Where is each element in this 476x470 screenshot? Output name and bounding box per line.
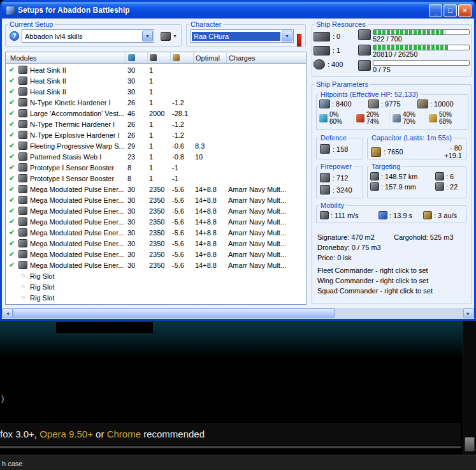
page-black-box: [56, 322, 153, 333]
module-powergrid-value: 1: [147, 164, 170, 172]
title-bar[interactable]: Setups for Abaddon Battleship _ □ ×: [2, 2, 474, 18]
modules-panel: Modules Optimal Charges ✔Heat Sink II301…: [5, 52, 307, 305]
rig-slot-row[interactable]: ○Rig Slot: [6, 292, 306, 303]
setup-dropdown[interactable]: Abbadon lvl4 skills ▼: [22, 29, 154, 43]
horizontal-scrollbar[interactable]: ◄ ►: [2, 308, 474, 319]
module-type-icon: [18, 217, 27, 226]
armor-hp-value: : 9775: [381, 100, 401, 108]
module-row[interactable]: ✔Mega Modulated Pulse Ener...302350-5.61…: [6, 238, 306, 249]
module-row[interactable]: ✔Mega Modulated Pulse Ener...302350-5.61…: [6, 195, 306, 205]
maximize-button[interactable]: □: [444, 4, 457, 17]
module-name: N-Type Thermic Hardener I: [30, 121, 126, 128]
fitted-check-icon: ✔: [6, 87, 18, 96]
module-cap-use-value: -5.6: [170, 186, 193, 193]
turret-hardpoints-value: : 0: [333, 33, 340, 40]
rig-slot-row[interactable]: ○Rig Slot: [6, 270, 306, 281]
rig-slot-row[interactable]: ○Rig Slot: [6, 281, 306, 292]
dronebay-value: Dronebay: 0 / 75 m3: [317, 242, 454, 253]
window-title: Setups for Abaddon Battleship: [18, 6, 429, 15]
scroll-left-arrow-icon[interactable]: ◄: [3, 308, 13, 318]
character-dropdown-arrow-icon[interactable]: ▼: [282, 31, 292, 41]
optimal-column-header[interactable]: Optimal: [193, 52, 226, 63]
dps-icon: [320, 185, 330, 195]
module-row[interactable]: ✔Heat Sink II301: [6, 75, 306, 86]
module-row[interactable]: ✔Mega Modulated Pulse Ener...302350-5.61…: [6, 205, 306, 216]
module-row[interactable]: ✔Mega Modulated Pulse Ener...302350-5.61…: [6, 184, 306, 195]
module-row[interactable]: ✔Mega Modulated Pulse Ener...302350-5.61…: [6, 249, 306, 260]
explosive-armor-resist: 68%: [439, 118, 452, 125]
module-powergrid-value: 1: [147, 142, 170, 150]
empty-rig-icon: ○: [18, 293, 27, 302]
module-optimal-value: 10: [193, 153, 226, 161]
browser-recommendation-text: fox 3.0+, Opera 9.50+ or Chrome recommen…: [0, 423, 461, 445]
fleet-commander-text[interactable]: Fleet Commander - right click to set: [317, 265, 454, 275]
module-row[interactable]: ✔Mega Modulated Pulse Ener...302350-5.61…: [6, 216, 306, 227]
modules-column-header[interactable]: Modules: [6, 52, 126, 63]
module-row[interactable]: ✔Mega Modulated Pulse Ener...302350-5.61…: [6, 260, 306, 270]
module-row[interactable]: ✔Mega Modulated Pulse Ener...302350-5.61…: [6, 227, 306, 238]
page-scrollbar-thumb[interactable]: [465, 437, 475, 452]
setup-tools-button[interactable]: ▼: [159, 31, 178, 42]
ship-parameters-group: Ship Parameters Hitpoints (Effective HP:…: [312, 80, 472, 304]
window-controls: _ □ ×: [429, 4, 472, 17]
current-setup-row: ? Abbadon lvl4 skills ▼ ▼: [6, 29, 181, 43]
page-scrollbar[interactable]: [463, 321, 476, 455]
chrome-link[interactable]: Chrome: [107, 429, 141, 439]
module-row[interactable]: ✔N-Type Explosive Hardener I261-1.2: [6, 129, 306, 140]
module-name: Mega Modulated Pulse Ener...: [30, 207, 126, 215]
mobility-group: Mobility : 111 m/s : 13.9 s : 3 au/s: [316, 202, 466, 223]
minimize-button[interactable]: _: [429, 4, 442, 17]
module-type-icon: [18, 239, 27, 247]
app-window: Setups for Abaddon Battleship _ □ × Curr…: [0, 0, 476, 321]
module-cpu-value: 26: [126, 99, 147, 106]
warp-speed-icon: [423, 211, 432, 219]
max-velocity-value: : 111 m/s: [331, 212, 359, 219]
ship-resources-group: Ship Resources : 0 : 1 : 400 522 / 700: [312, 20, 472, 77]
ship-resources-label: Ship Resources: [314, 20, 368, 28]
module-powergrid-value: 1: [147, 77, 170, 85]
scroll-right-arrow-icon[interactable]: ►: [463, 308, 473, 318]
opera-link[interactable]: Opera 9.50+: [40, 429, 93, 439]
character-row: Raa CHura ▼: [187, 29, 305, 43]
page-divider: [0, 446, 461, 448]
hitpoints-group: Hitpoints (Effective HP: 52,133) : 8400 …: [316, 91, 468, 130]
shield-hp-icon: [319, 99, 330, 108]
help-icon[interactable]: ?: [10, 31, 19, 41]
module-name: Heat Sink II: [30, 88, 126, 96]
module-row[interactable]: ✔Patterned Stasis Web I231-0.810: [6, 151, 306, 162]
setup-dropdown-arrow-icon[interactable]: ▼: [142, 31, 153, 41]
module-name: Mega Modulated Pulse Ener...: [30, 261, 126, 269]
module-row[interactable]: ✔Large 'Accommodation' Vest...462000-28.…: [6, 108, 306, 119]
horizontal-scrollbar-thumb[interactable]: [13, 308, 335, 318]
targeting-range-icon: [370, 172, 379, 180]
character-dropdown[interactable]: Raa CHura ▼: [191, 29, 294, 43]
module-charge-value: Amarr Navy Mult...: [226, 261, 306, 269]
wing-commander-text[interactable]: Wing Commander - right click to set: [317, 275, 454, 286]
module-row[interactable]: ✔Fleeting Progressive Warp S...291-0.68.…: [6, 140, 306, 151]
module-row[interactable]: ✔Prototype I Sensor Booster81-1: [6, 162, 306, 173]
module-row[interactable]: ✔Heat Sink II301: [6, 64, 306, 75]
module-name: Rig Slot: [30, 294, 126, 302]
module-powergrid-value: 2000: [147, 110, 170, 117]
setup-dropdown-value: Abbadon lvl4 skills: [22, 33, 141, 40]
em-resist-icon: [319, 114, 328, 122]
hitpoints-label: Hitpoints (Effective HP: 52,133): [319, 91, 420, 98]
module-row[interactable]: ✔Prototype I Sensor Booster81-1: [6, 173, 306, 184]
capacitor-column-icon[interactable]: [170, 52, 193, 63]
agility-value: : 13.9 s: [389, 212, 412, 219]
module-row[interactable]: ✔Heat Sink II301: [6, 86, 306, 97]
explosive-resist-icon: [429, 114, 437, 122]
module-row[interactable]: ✔N-Type Thermic Hardener I261-1.2: [6, 119, 306, 129]
squad-commander-text[interactable]: Squad Commander - right click to set: [317, 286, 454, 296]
charges-column-header[interactable]: Charges: [226, 52, 306, 63]
cpu-column-icon[interactable]: [126, 52, 147, 63]
module-row[interactable]: ✔N-Type Kinetic Hardener I261-1.2: [6, 97, 306, 108]
resource-bars: 522 / 700 20810 / 26250: [358, 29, 470, 75]
module-cpu-value: 30: [126, 218, 147, 226]
agility-icon: [379, 211, 387, 219]
module-name: Fleeting Progressive Warp S...: [30, 142, 126, 150]
close-button[interactable]: ×: [458, 4, 472, 17]
module-type-icon: [18, 87, 27, 96]
powergrid-column-icon[interactable]: [147, 52, 170, 63]
thermal-armor-resist: 74%: [366, 118, 379, 125]
